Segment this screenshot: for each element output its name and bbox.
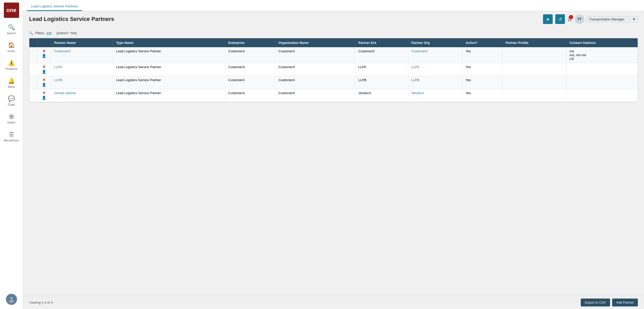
sidebar-item-switch[interactable]: ⊞ Switch xyxy=(0,110,23,128)
partner-org-link[interactable]: LLPA xyxy=(411,65,419,69)
remove-row-button[interactable]: ✕ xyxy=(43,65,46,69)
cell-partner-ent: LLPB xyxy=(355,76,408,89)
header-actions: ★ ↺ ☰ 1 TT Transportation Manager ▼ xyxy=(543,14,638,24)
cell-active: Yes xyxy=(462,63,502,76)
cell-active: Yes xyxy=(462,76,502,89)
person-button[interactable]: 👤 xyxy=(42,54,46,58)
page-header: Lead Logistics Service Partners ★ ↺ ☰ 1 … xyxy=(23,11,644,27)
col-partner-profile[interactable]: Partner Profile xyxy=(502,38,566,47)
sidebar-item-chats[interactable]: 💬 Chats xyxy=(0,92,23,110)
add-partner-button[interactable]: Add Partner xyxy=(612,299,638,306)
person-button[interactable]: 👤 xyxy=(42,83,46,87)
row-checkbox-cell xyxy=(29,47,37,63)
cell-contact-address xyxy=(566,63,638,76)
row-checkbox-cell xyxy=(29,76,37,89)
cell-partner-name[interactable]: LLPA xyxy=(51,63,113,76)
cell-enterprise: CustomerA xyxy=(225,63,275,76)
col-enterprise[interactable]: Enterprise xyxy=(225,38,275,47)
partner-name-link[interactable]: LLPB xyxy=(54,78,62,82)
content-area: 🔍 Filters edit : [Active?: Yes] Partner … xyxy=(23,27,644,296)
sidebar-item-alerts[interactable]: 🔔 Alerts xyxy=(0,74,23,92)
cell-partner-name[interactable]: Vendor partner xyxy=(51,89,113,102)
partner-org-link[interactable]: VendorA xyxy=(411,91,424,95)
partner-org-link[interactable]: CustomerC xyxy=(411,49,428,53)
favorite-button[interactable]: ★ xyxy=(543,14,553,24)
filter-colon: : xyxy=(54,31,55,35)
star-icon: ★ xyxy=(546,17,550,22)
tab-lead-logistics[interactable]: Lead Logistics Service Partners xyxy=(27,2,82,11)
user-avatar[interactable] xyxy=(6,294,17,305)
sidebar: one 🔍 Search 🏠 Home ⚠️ Problems 🔔 Alerts… xyxy=(0,0,23,309)
refresh-icon: ↺ xyxy=(559,17,562,22)
cell-partner-profile xyxy=(502,76,566,89)
partner-name-link[interactable]: LLPA xyxy=(54,65,62,69)
cell-active: Yes xyxy=(462,47,502,63)
cell-type-name: Lead Logistics Service Partner xyxy=(113,63,225,76)
cell-partner-ent: VendorA xyxy=(355,89,408,102)
col-contact-address[interactable]: Contact Address xyxy=(566,38,638,47)
viewing-count: Viewing 1-4 of 4 xyxy=(29,301,53,304)
remove-row-button[interactable]: ✕ xyxy=(43,78,46,82)
cell-partner-name[interactable]: CustomerC xyxy=(51,47,113,63)
col-partner-ent[interactable]: Partner Ent xyxy=(355,38,408,47)
logo-text: one xyxy=(6,7,16,14)
cell-partner-profile xyxy=(502,47,566,63)
filter-label: Filters xyxy=(35,31,44,35)
partner-name-link[interactable]: Vendor partner xyxy=(54,91,76,95)
cell-active: Yes xyxy=(462,89,502,102)
cell-partner-profile xyxy=(502,89,566,102)
filter-bar: 🔍 Filters edit : [Active?: Yes] xyxy=(29,31,638,35)
notifications-button[interactable]: ☰ 1 xyxy=(567,16,572,22)
sidebar-item-menus[interactable]: ☰ Menus/Favs xyxy=(0,128,23,145)
avatar-image xyxy=(6,294,17,304)
sidebar-item-home[interactable]: 🏠 Home xyxy=(0,38,23,56)
partner-org-link[interactable]: LLPB xyxy=(411,78,420,82)
col-type-name[interactable]: Type Name xyxy=(113,38,225,47)
person-button[interactable]: 👤 xyxy=(42,96,46,100)
row-actions-cell: ✕👤 xyxy=(37,63,51,76)
col-active[interactable]: Active? xyxy=(462,38,502,47)
sidebar-item-label: Search xyxy=(7,32,16,35)
table-row: ✕👤CustomerCLead Logistics Service Partne… xyxy=(29,47,638,63)
sidebar-item-problems[interactable]: ⚠️ Problems xyxy=(0,56,23,74)
cell-partner-org[interactable]: LLPA xyxy=(408,63,462,76)
filter-search-icon: 🔍 xyxy=(29,31,33,35)
role-label: Transportation Manager xyxy=(589,17,624,21)
cell-partner-name[interactable]: LLPB xyxy=(51,76,113,89)
cell-enterprise: CustomerA xyxy=(225,47,275,63)
col-org-name[interactable]: Organization Name xyxy=(275,38,355,47)
filter-edit-link[interactable]: edit xyxy=(46,31,52,35)
remove-row-button[interactable]: ✕ xyxy=(43,49,46,53)
page-title: Lead Logistics Service Partners xyxy=(29,16,114,22)
data-table: Partner Name Type Name Enterprise Organi… xyxy=(29,38,638,102)
cell-partner-org[interactable]: VendorA xyxy=(408,89,462,102)
sidebar-item-label: Problems xyxy=(5,67,17,70)
app-logo[interactable]: one xyxy=(4,3,19,18)
remove-row-button[interactable]: ✕ xyxy=(43,91,46,95)
person-button[interactable]: 👤 xyxy=(42,70,46,74)
cell-partner-org[interactable]: LLPB xyxy=(408,76,462,89)
switch-icon: ⊞ xyxy=(9,113,14,120)
sidebar-item-search[interactable]: 🔍 Search xyxy=(0,20,23,38)
table-row: ✕👤LLPBLead Logistics Service PartnerCust… xyxy=(29,76,638,89)
user-initials-badge[interactable]: TT xyxy=(575,14,584,24)
filter-active-value: [Active?: Yes] xyxy=(57,31,77,35)
table-row: ✕👤LLPALead Logistics Service PartnerCust… xyxy=(29,63,638,76)
cell-partner-profile xyxy=(502,63,566,76)
svg-point-1 xyxy=(9,300,14,303)
col-partner-org[interactable]: Partner Org xyxy=(408,38,462,47)
role-selector[interactable]: Transportation Manager ▼ xyxy=(587,16,638,22)
sidebar-item-label: Menus/Favs xyxy=(4,139,19,142)
cell-partner-ent: LLPA xyxy=(355,63,408,76)
partner-name-link[interactable]: CustomerC xyxy=(54,49,71,53)
tab-bar: Lead Logistics Service Partners xyxy=(23,0,644,11)
col-checkbox xyxy=(29,38,37,47)
table-row: ✕👤Vendor partnerLead Logistics Service P… xyxy=(29,89,638,102)
cell-contact-address: n/a n/a, n/a n/a US xyxy=(566,47,638,63)
refresh-button[interactable]: ↺ xyxy=(555,14,565,24)
cell-partner-org[interactable]: CustomerC xyxy=(408,47,462,63)
cell-org-name: CustomerA xyxy=(275,89,355,102)
export-csv-button[interactable]: Export to CSV xyxy=(581,299,610,306)
cell-enterprise: CustomerA xyxy=(225,89,275,102)
col-partner-name[interactable]: Partner Name xyxy=(51,38,113,47)
